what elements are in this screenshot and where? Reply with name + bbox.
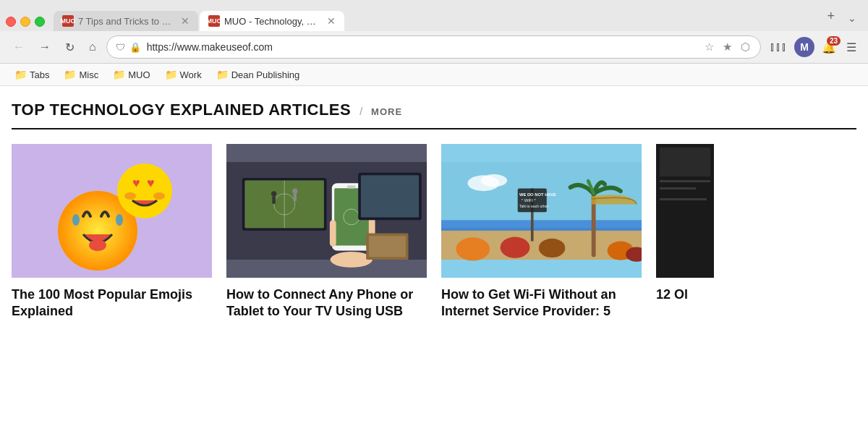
svg-point-45 [456,237,490,260]
svg-text:♥: ♥ [132,176,140,190]
svg-point-3 [89,239,106,251]
svg-rect-52 [660,180,710,182]
article-thumbnail-1: ♥ ♥ [12,144,212,278]
new-tab-button[interactable]: + [821,6,841,31]
article-title-3: How to Get Wi-Fi Without an Internet Ser… [441,286,642,320]
svg-text:♥: ♥ [147,176,155,190]
svg-text:WE DO NOT HAVE: WE DO NOT HAVE [519,192,556,197]
page-content: TOP TECHNOLOGY EXPLAINED ARTICLES / MORE [0,86,868,335]
folder-icon: 📁 [165,69,177,80]
tab-close-1[interactable]: ✕ [181,15,190,27]
folder-icon: 📁 [216,69,229,80]
tab-7tips[interactable]: MUO 7 Tips and Tricks to Master Page... … [54,11,198,31]
synced-bookmark-button[interactable]: ★ [721,39,733,55]
back-button[interactable]: ← [9,38,29,56]
folder-icon: 📁 [64,69,76,80]
folder-icon: 📁 [14,69,27,80]
lock-icon: 🔒 [129,42,141,53]
reload-button[interactable]: ↻ [61,38,79,57]
article-thumbnail-4 [656,144,714,278]
svg-rect-54 [660,198,707,200]
bookmark-work-label: Work [180,69,202,80]
beach-thumbnail: WE DO NOT HAVE * WIFI * Talk to each oth… [441,144,642,278]
address-bar[interactable]: 🛡 🔒 ☆ ★ ⬡ [106,35,761,59]
article-title-4: 12 Ol [656,286,714,303]
article-card-partial[interactable]: 12 Ol [656,144,714,320]
more-link[interactable]: MORE [371,106,402,117]
svg-point-19 [292,189,297,194]
pocket-button[interactable]: ⬡ [739,39,752,55]
svg-point-10 [153,192,165,200]
maximize-window-button[interactable] [35,17,45,27]
svg-point-5 [116,214,123,226]
navigation-bar: ← → ↻ ⌂ 🛡 🔒 ☆ ★ ⬡ ⫿⫿⫿ M [0,31,868,64]
forward-button[interactable]: → [35,38,55,56]
bookmark-misc[interactable]: 📁 Misc [58,67,104,82]
section-divider-line [12,128,856,129]
svg-point-9 [124,192,136,200]
svg-rect-27 [330,220,336,246]
menu-button[interactable]: ☰ [843,38,859,57]
article-thumbnail-2 [226,144,427,278]
tab-overflow-button[interactable]: ⌄ [842,9,862,31]
tab-title-1: 7 Tips and Tricks to Master Page... [78,16,174,27]
article-card-beach[interactable]: WE DO NOT HAVE * WIFI * Talk to each oth… [441,144,642,320]
svg-rect-53 [660,187,696,190]
profile-avatar[interactable]: M [794,37,814,57]
url-input[interactable] [147,41,697,53]
articles-grid: ♥ ♥ [12,144,856,320]
article-card-tv[interactable]: How to Connect Any Phone or Tablet to Yo… [226,144,427,320]
bookmark-tabs[interactable]: 📁 Tabs [9,67,55,82]
svg-point-46 [501,237,530,258]
address-security-icons: 🛡 🔒 [116,42,141,53]
bookmark-dean-publishing[interactable]: 📁 Dean Publishing [210,67,306,82]
close-window-button[interactable] [6,17,16,27]
bookmark-tabs-label: Tabs [30,69,49,80]
svg-point-6 [117,163,172,218]
svg-rect-51 [660,148,710,176]
bookmark-misc-label: Misc [79,69,98,80]
shield-icon: 🛡 [116,42,125,53]
svg-point-35 [481,174,507,187]
bookmark-muo-label: MUO [128,69,150,80]
svg-point-4 [72,214,80,226]
home-button[interactable]: ⌂ [85,38,101,56]
tab-favicon-1: MUO [62,15,74,27]
traffic-lights [6,17,45,31]
article-title-1: The 100 Most Popular Emojis Explained [12,286,212,320]
article-thumbnail-3: WE DO NOT HAVE * WIFI * Talk to each oth… [441,144,642,278]
svg-point-17 [271,191,276,196]
section-title: TOP TECHNOLOGY EXPLAINED ARTICLES [12,101,351,119]
tab-bar: MUO 7 Tips and Tricks to Master Page... … [0,0,868,31]
svg-rect-26 [347,185,356,188]
bookmark-muo[interactable]: 📁 MUO [107,67,156,82]
svg-text:* WIFI *: * WIFI * [522,198,537,203]
address-actions: ☆ ★ ⬡ [703,39,752,55]
bookmark-star-button[interactable]: ☆ [703,39,715,55]
browser-window: MUO 7 Tips and Tricks to Master Page... … [0,0,868,335]
folder-icon: 📁 [113,69,125,80]
bookmarks-bar: 📁 Tabs 📁 Misc 📁 MUO 📁 Work 📁 Dean Publis… [0,64,868,86]
tab-title-2: MUO - Technology, Simplified. [224,16,320,27]
notifications-button[interactable]: 🔔 23 [819,38,839,57]
minimize-window-button[interactable] [20,17,30,27]
svg-rect-32 [369,236,406,257]
svg-rect-30 [361,175,419,217]
section-header: TOP TECHNOLOGY EXPLAINED ARTICLES / MORE [12,101,856,119]
tv-thumbnail [226,144,427,278]
browser-actions: ⫿⫿⫿ M 🔔 23 ☰ [767,37,859,57]
article-card-emoji[interactable]: ♥ ♥ [12,144,212,320]
svg-point-47 [539,239,565,258]
bookmark-work[interactable]: 📁 Work [159,67,208,82]
tab-favicon-2: MUO [208,15,220,27]
library-button[interactable]: ⫿⫿⫿ [767,38,790,56]
svg-rect-20 [294,194,297,201]
article-title-2: How to Connect Any Phone or Tablet to Yo… [226,286,427,320]
svg-text:Talk to each other: Talk to each other [519,204,549,208]
svg-rect-18 [272,196,275,203]
tab-muo[interactable]: MUO MUO - Technology, Simplified. ✕ [200,11,344,31]
emoji-thumbnail: ♥ ♥ [12,144,212,278]
notification-count: 23 [827,36,841,46]
tab-close-2[interactable]: ✕ [327,15,336,27]
bookmark-dean-publishing-label: Dean Publishing [231,69,300,80]
